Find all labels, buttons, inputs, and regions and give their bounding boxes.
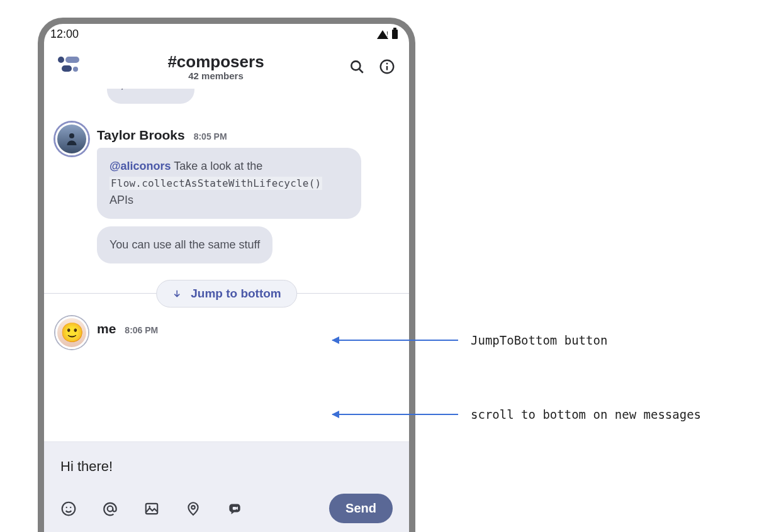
annotation-arrow-1 (332, 340, 458, 341)
video-icon[interactable] (227, 501, 243, 517)
message-bubble-2[interactable]: You can use all the same stuff (97, 226, 272, 263)
send-button[interactable]: Send (329, 494, 393, 523)
svg-point-8 (66, 506, 67, 507)
app-bar: #composers 42 members (44, 41, 409, 89)
battery-icon (392, 30, 398, 39)
author-name: Taylor Brooks (97, 128, 185, 143)
wifi-icon (377, 30, 388, 39)
image-icon[interactable] (143, 501, 160, 517)
app-logo-icon[interactable] (58, 54, 83, 79)
jump-label: Jump to bottom (191, 287, 281, 301)
compose-input[interactable] (60, 453, 393, 494)
channel-title: #composers (92, 52, 340, 72)
previous-message-tail: /JetNews (107, 89, 409, 111)
composer: Send (44, 441, 409, 532)
jump-to-bottom-button[interactable]: Jump to bottom (156, 280, 297, 308)
svg-rect-14 (233, 506, 236, 509)
channel-title-block[interactable]: #composers 42 members (92, 52, 340, 81)
mention[interactable]: @aliconors (109, 160, 171, 172)
svg-point-10 (108, 506, 113, 511)
status-icons (377, 30, 398, 39)
person-silhouette-icon (62, 130, 81, 148)
code-inline: Flow.collectAsStateWithLifecycle() (109, 177, 322, 190)
svg-point-4 (386, 63, 388, 65)
status-time: 12:00 (50, 28, 79, 41)
emoji-icon[interactable] (60, 501, 77, 517)
mention-icon[interactable] (102, 501, 118, 517)
avatar-me[interactable]: 🙂 (55, 316, 88, 349)
location-icon[interactable] (185, 501, 201, 517)
messages-list[interactable]: /JetNews Taylor Brooks 8:05 PM @aliconor… (44, 89, 409, 441)
info-icon[interactable] (379, 58, 395, 75)
svg-point-12 (149, 506, 150, 507)
avatar-taylor[interactable] (55, 123, 88, 155)
prev-code: /JetNews (121, 89, 181, 91)
annotation-arrow-2 (332, 414, 458, 415)
svg-point-0 (351, 61, 360, 70)
annotation-label-1: JumpToBottom button (471, 333, 607, 347)
message-time-me: 8:06 PM (125, 325, 158, 335)
svg-point-13 (191, 506, 194, 509)
svg-line-1 (359, 69, 363, 73)
message-row-me: 🙂 me 8:06 PM (44, 316, 409, 349)
person-emoji-icon: 🙂 (60, 323, 84, 342)
message-time: 8:05 PM (194, 131, 227, 141)
annotation-label-2: scroll to bottom on new messages (471, 407, 701, 421)
svg-point-7 (62, 502, 76, 515)
message-row-taylor: Taylor Brooks 8:05 PM @aliconors Take a … (44, 123, 409, 271)
arrow-down-icon (172, 289, 182, 299)
svg-rect-11 (146, 503, 157, 513)
svg-point-5 (69, 133, 74, 138)
svg-point-9 (70, 506, 71, 507)
search-icon[interactable] (349, 58, 365, 75)
author-name-me: me (97, 321, 116, 336)
channel-subtitle: 42 members (92, 70, 340, 81)
phone-frame: 12:00 #composers 42 members /JetNews (38, 18, 415, 532)
status-bar: 12:00 (44, 24, 409, 41)
message-bubble-1[interactable]: @aliconors Take a look at the Flow.colle… (97, 148, 361, 219)
